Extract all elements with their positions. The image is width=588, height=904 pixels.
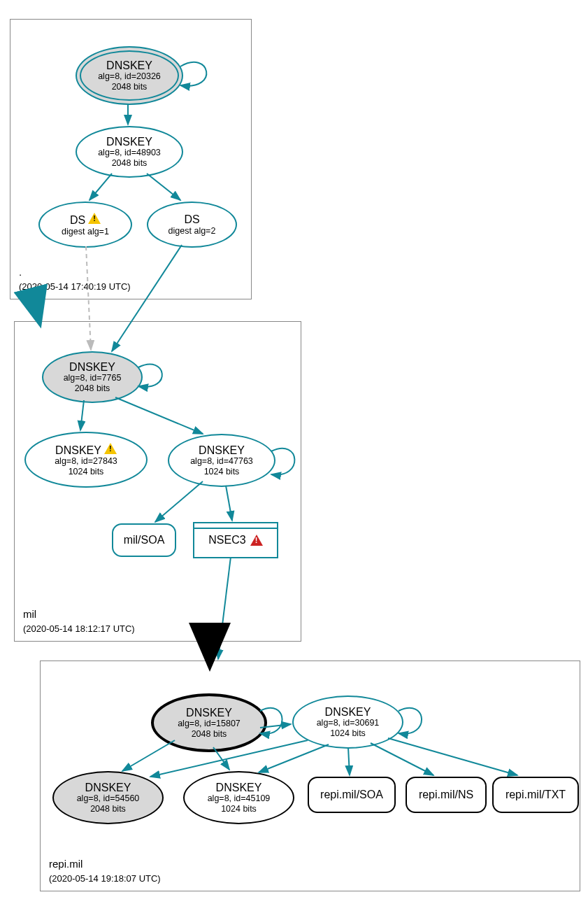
node-mil-k2: DNSKEY alg=8, id=27843 1024 bits xyxy=(24,432,148,488)
node-root-zsk: DNSKEY alg=8, id=48903 2048 bits xyxy=(76,126,183,178)
node-line3: 2048 bits xyxy=(90,804,126,814)
node-line3: 2048 bits xyxy=(112,158,148,168)
node-line3: 2048 bits xyxy=(75,383,110,393)
node-title: DS xyxy=(70,213,101,227)
node-line2: alg=8, id=20326 xyxy=(98,71,161,81)
node-title: DNSKEY xyxy=(69,361,115,374)
node-title: DS xyxy=(184,213,199,226)
zone-repi-timestamp: (2020-05-14 19:18:07 UTC) xyxy=(49,873,161,884)
node-line2: alg=8, id=30691 xyxy=(317,718,380,728)
node-line2: alg=8, id=45109 xyxy=(208,793,271,803)
node-title: DNSKEY xyxy=(106,136,152,148)
node-title: DNSKEY xyxy=(55,443,117,457)
node-title: DNSKEY xyxy=(186,707,232,719)
node-root-ksk: DNSKEY alg=8, id=20326 2048 bits xyxy=(76,46,183,105)
node-line3: 2048 bits xyxy=(112,82,148,92)
node-title: DNSKEY xyxy=(199,444,245,457)
node-line3: 1024 bits xyxy=(221,804,257,814)
node-repi-txt: repi.mil/TXT xyxy=(492,777,579,813)
node-repi-ksk: DNSKEY alg=8, id=15807 2048 bits xyxy=(151,693,267,752)
node-repi-k3: DNSKEY alg=8, id=54560 2048 bits xyxy=(52,771,164,824)
node-line2: alg=8, id=48903 xyxy=(98,148,161,157)
node-line3: 1024 bits xyxy=(69,467,104,476)
node-repi-k4: DNSKEY alg=8, id=45109 1024 bits xyxy=(183,771,294,824)
node-root-ds2: DS digest alg=2 xyxy=(147,202,237,248)
ds-label: DS xyxy=(70,214,85,226)
warning-icon xyxy=(104,443,117,455)
node-title: DNSKEY xyxy=(325,706,371,719)
label: repi.mil/NS xyxy=(419,789,473,801)
label: NSEC3 xyxy=(208,534,245,546)
node-repi-ns: repi.mil/NS xyxy=(406,777,487,813)
node-line2: alg=8, id=47763 xyxy=(190,456,253,466)
zone-repi-label: repi.mil xyxy=(49,858,83,870)
node-root-ds1: DS digest alg=1 xyxy=(38,202,132,248)
node-line2: alg=8, id=15807 xyxy=(178,719,241,728)
zone-mil-timestamp: (2020-05-14 18:12:17 UTC) xyxy=(23,623,135,634)
node-line3: 1024 bits xyxy=(330,728,366,738)
node-mil-soa: mil/SOA xyxy=(112,523,176,557)
node-repi-soa: repi.mil/SOA xyxy=(308,777,396,813)
node-line2: alg=8, id=54560 xyxy=(77,793,140,803)
node-line2: alg=8, id=7765 xyxy=(64,373,122,383)
node-line2: digest alg=1 xyxy=(62,227,109,236)
node-mil-ksk: DNSKEY alg=8, id=7765 2048 bits xyxy=(42,351,143,403)
zone-root-label: . xyxy=(19,266,22,278)
node-line2: digest alg=2 xyxy=(168,226,216,236)
label: mil/SOA xyxy=(124,534,165,546)
node-line3: 2048 bits xyxy=(192,729,227,739)
label: repi.mil/TXT xyxy=(505,789,566,801)
error-icon xyxy=(250,535,263,546)
zone-root-timestamp: (2020-05-14 17:40:19 UTC) xyxy=(19,281,131,292)
node-title: DNSKEY xyxy=(106,59,152,72)
node-mil-k3: DNSKEY alg=8, id=47763 1024 bits xyxy=(168,434,275,487)
node-line2: alg=8, id=27843 xyxy=(55,456,117,466)
node-line3: 1024 bits xyxy=(204,467,240,476)
node-repi-zsk: DNSKEY alg=8, id=30691 1024 bits xyxy=(292,695,403,749)
node-title: DNSKEY xyxy=(85,782,131,794)
node-mil-nsec3: NSEC3 xyxy=(193,522,278,558)
node-title: DNSKEY xyxy=(216,782,262,794)
zone-mil-label: mil xyxy=(23,608,36,620)
warning-icon xyxy=(88,213,101,225)
dnskey-label: DNSKEY xyxy=(55,444,101,456)
label: repi.mil/SOA xyxy=(320,789,383,801)
